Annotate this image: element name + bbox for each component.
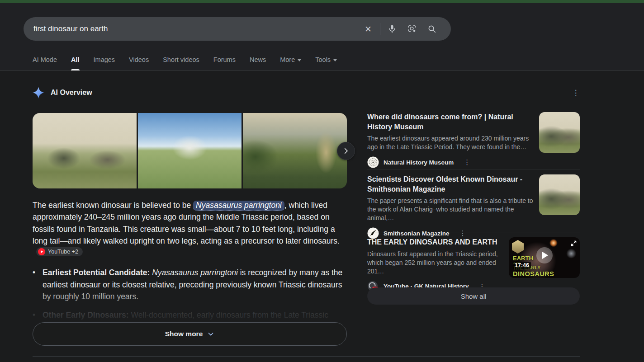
bullet-italic-term: Nyasasaurus parringtoni <box>152 268 238 277</box>
tab-forums[interactable]: Forums <box>213 49 236 71</box>
tab-label: News <box>250 56 266 63</box>
source-name[interactable]: Smithsonian Magazine <box>384 230 450 237</box>
kebab-icon: ⋮ <box>464 158 470 166</box>
tab-more[interactable]: More <box>280 49 301 71</box>
results-bottom-divider <box>33 357 580 357</box>
expand-icon <box>571 240 577 246</box>
card-snippet: Dinosaurs first appeared in the Triassic… <box>367 250 502 276</box>
bullet-lead: Other Early Dinosaurs: <box>43 310 131 320</box>
lens-camera-icon <box>407 24 417 34</box>
ai-overview-header: AI Overview <box>33 87 92 99</box>
ai-overview-image-carousel <box>33 113 347 188</box>
tab-label: More <box>280 56 295 63</box>
close-icon: ✕ <box>365 25 372 33</box>
tab-label: All <box>71 56 80 63</box>
show-all-label: Show all <box>461 292 487 300</box>
tab-label: Forums <box>213 56 236 63</box>
card-divider <box>367 232 580 232</box>
search-bar-icons: ✕ <box>358 19 451 39</box>
chevron-down-icon <box>298 59 301 61</box>
carousel-image-dinosaur-illustration[interactable] <box>33 113 137 188</box>
youtube-icon <box>38 248 45 255</box>
card-thumbnail-dinosaur[interactable] <box>539 174 580 215</box>
tab-label: AI Mode <box>33 56 57 63</box>
kebab-icon: ⋮ <box>459 229 466 237</box>
clear-search-button[interactable]: ✕ <box>358 19 378 39</box>
card-text: THE EARLY DINOSAURS AND EARTH Dinosaurs … <box>367 237 502 292</box>
ai-overview-title: AI Overview <box>51 89 92 97</box>
carousel-track <box>33 113 347 188</box>
card-title-link[interactable]: THE EARLY DINOSAURS AND EARTH <box>367 237 502 247</box>
tab-videos[interactable]: Videos <box>129 49 149 71</box>
ai-overview-paragraph: The earliest known dinosaur is believed … <box>33 199 348 259</box>
source-name[interactable]: Natural History Museum <box>384 159 454 166</box>
bullet-text: Other Early Dinosaurs: Well-documented, … <box>43 309 328 321</box>
ai-sparkle-icon <box>33 87 44 99</box>
video-overlay-line: DINOSAURS <box>513 271 554 277</box>
browser-edge-strip <box>0 0 644 3</box>
search-bar-divider <box>380 23 380 35</box>
chevron-down-icon <box>207 330 214 338</box>
search-header: ✕ <box>0 3 644 71</box>
search-submit-button[interactable] <box>422 19 442 39</box>
card-title-link[interactable]: Where did dinosaurs come from? | Natural… <box>367 112 534 132</box>
tab-news[interactable]: News <box>250 49 266 71</box>
microphone-icon <box>387 24 397 34</box>
card-title-link[interactable]: Scientists Discover Oldest Known Dinosau… <box>367 174 534 194</box>
google-search-results-page: ✕ <box>0 0 644 362</box>
card-menu-button[interactable]: ⋮ <box>459 229 466 237</box>
carousel-image-dinosaur-render[interactable] <box>138 113 242 188</box>
results-tab-bar: AI Mode All Images Videos Short videos F… <box>33 49 337 71</box>
source-card-video: THE EARLY DINOSAURS AND EARTH Dinosaurs … <box>367 237 580 292</box>
show-all-button[interactable]: Show all <box>367 287 580 305</box>
tab-label: Short videos <box>163 56 199 63</box>
carousel-next-button[interactable] <box>337 142 355 160</box>
tab-all[interactable]: All <box>71 49 80 71</box>
bullet-body: Well-documented, early dinosaurs from th… <box>131 310 328 320</box>
card-snippet: The earliest dinosaurs appeared around 2… <box>367 134 534 151</box>
card-thumbnail-dinosaur[interactable] <box>539 112 580 153</box>
tab-label: Tools <box>315 56 331 63</box>
highlighted-entity-link[interactable]: Nyasasaurus parringtoni <box>193 201 284 211</box>
show-more-button[interactable]: Show more <box>33 322 347 346</box>
search-input[interactable] <box>24 17 358 41</box>
bullet-marker: • <box>33 309 43 321</box>
card-text: Scientists Discover Oldest Known Dinosau… <box>367 174 534 239</box>
card-divider <box>367 169 580 169</box>
bullet-marker: • <box>33 267 43 303</box>
carousel-image-sauropod-scene[interactable] <box>243 113 347 188</box>
paragraph-intro: The earliest known dinosaur is believed … <box>33 201 193 210</box>
chevron-down-icon <box>333 59 337 61</box>
source-chip[interactable]: YouTube +2 <box>36 247 83 256</box>
video-overlay-line: EARTH <box>513 255 554 262</box>
ai-overview-menu-button[interactable]: ⋮ <box>570 87 582 99</box>
tab-tools[interactable]: Tools <box>315 49 337 71</box>
voice-search-button[interactable] <box>382 19 402 39</box>
bullet-item-other-early-dinosaurs: • Other Early Dinosaurs: Well-documented… <box>33 309 348 321</box>
channel-badge-icon <box>512 240 524 254</box>
video-thumbnail[interactable]: EARTH AND THE EARLY DINOSAURS 17:46 <box>509 237 580 278</box>
image-search-button[interactable] <box>402 19 422 39</box>
card-snippet: The paper presents a significant find th… <box>367 197 534 222</box>
tab-label: Videos <box>129 56 149 63</box>
search-bar[interactable]: ✕ <box>24 17 451 41</box>
ai-overview-bullet-list: • Earliest Potential Candidate: Nyasasau… <box>33 267 348 327</box>
bullet-text: Earliest Potential Candidate: Nyasasauru… <box>43 267 348 303</box>
source-card: Scientists Discover Oldest Known Dinosau… <box>367 174 580 239</box>
bullet-lead: Earliest Potential Candidate: <box>43 268 152 277</box>
source-chip-label: YouTube +2 <box>48 248 78 255</box>
card-text: Where did dinosaurs come from? | Natural… <box>367 112 534 168</box>
tab-images[interactable]: Images <box>94 49 115 71</box>
chevron-right-icon <box>342 147 350 155</box>
tab-short-videos[interactable]: Short videos <box>163 49 199 71</box>
tab-label: Images <box>94 56 115 63</box>
kebab-icon: ⋮ <box>572 88 580 98</box>
card-source-row: Natural History Museum ⋮ <box>367 156 534 168</box>
tab-ai-mode[interactable]: AI Mode <box>33 49 57 71</box>
bullet-item-earliest-candidate: • Earliest Potential Candidate: Nyasasau… <box>33 267 348 303</box>
search-icon <box>427 24 437 34</box>
source-card: Where did dinosaurs come from? | Natural… <box>367 112 580 168</box>
card-menu-button[interactable]: ⋮ <box>464 158 470 166</box>
natural-history-museum-favicon-icon <box>367 156 379 168</box>
show-more-label: Show more <box>165 330 203 338</box>
